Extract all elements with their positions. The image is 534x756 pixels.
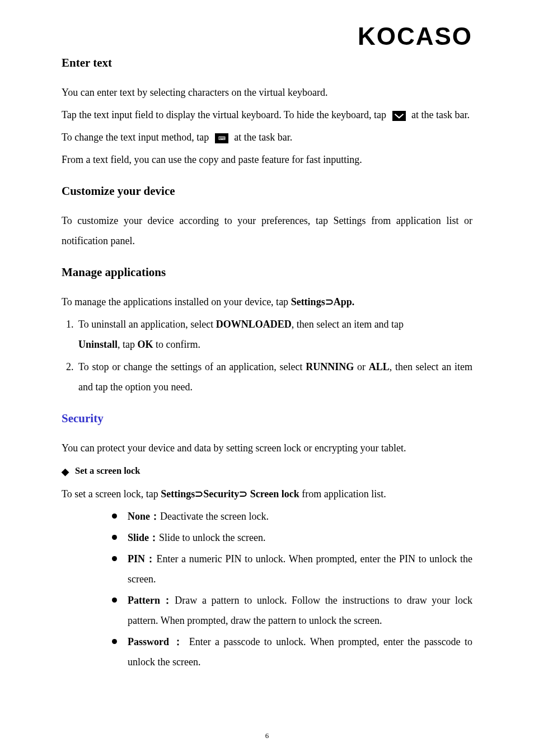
sec-s1-sup1: ⊃	[195, 488, 203, 500]
screen-lock-options: None：Deactivate the screen lock. Slide：S…	[62, 506, 472, 672]
manage-li2-a: To stop or change the settings of an app…	[78, 361, 306, 372]
enter-text-p2: Tap the text input field to display the …	[62, 105, 472, 125]
sec-s1-settings: Settings	[161, 488, 195, 500]
enter-text-p3: To change the text input method, tap ⌨ a…	[62, 127, 472, 147]
security-intro: You can protect your device and data by …	[62, 438, 472, 458]
document-page: KOCASO Enter text You can enter text by …	[0, 0, 534, 756]
manage-li2-running: RUNNING	[306, 361, 354, 372]
section-manage-body: To manage the applications installed on …	[62, 292, 472, 397]
opt-pin-v: Enter a numeric PIN to unlock. When prom…	[128, 553, 472, 585]
enter-text-p2-b: at the task bar.	[409, 109, 470, 120]
opt-pin-k: PIN	[128, 553, 145, 564]
sec-s1-security: Security	[203, 488, 239, 500]
heading-customize: Customize your device	[62, 184, 472, 198]
section-enter-text-body: You can enter text by selecting characte…	[62, 82, 472, 170]
manage-intro-a: To manage the applications installed on …	[62, 296, 291, 307]
opt-none-k: None	[128, 511, 150, 522]
security-sublist: ◆ Set a screen lock	[62, 463, 472, 480]
opt-none: None：Deactivate the screen lock.	[112, 506, 472, 526]
manage-li2-c: or	[354, 361, 368, 372]
enter-text-p2-a: Tap the text input field to display the …	[62, 109, 389, 120]
manage-ordered-list: To uninstall an application, select DOWN…	[62, 314, 472, 397]
brand-logo: KOCASO	[62, 22, 472, 50]
sec-s1-screenlock: Screen lock	[247, 488, 299, 500]
security-sub1-intro: To set a screen lock, tap Settings⊃Secur…	[62, 484, 472, 504]
security-sub-set-screen-lock: ◆ Set a screen lock	[62, 463, 472, 480]
keyboard-icon: ⌨	[215, 133, 228, 143]
opt-slide-k: Slide	[128, 532, 149, 543]
opt-pin-sep: ：	[145, 553, 156, 564]
manage-li1-ok: OK	[138, 339, 153, 350]
manage-li1-e: , tap	[118, 339, 138, 350]
enter-text-p1: You can enter text by selecting characte…	[62, 82, 472, 102]
manage-li2-all: ALL	[369, 361, 390, 372]
enter-text-p4: From a text field, you can use the copy …	[62, 150, 472, 170]
section-customize-body: To customize your device according to yo…	[62, 211, 472, 251]
manage-sup: ⊃	[325, 296, 334, 307]
opt-none-v: Deactivate the screen lock.	[160, 511, 269, 522]
enter-text-p3-a: To change the text input method, tap	[62, 132, 212, 143]
section-security-body: You can protect your device and data by …	[62, 438, 472, 672]
opt-pattern-sep: ：	[160, 595, 175, 606]
opt-pattern: Pattern：Draw a pattern to unlock. Follow…	[112, 590, 472, 631]
customize-p1: To customize your device according to yo…	[62, 211, 472, 251]
sec-s1-a: To set a screen lock, tap	[62, 488, 161, 500]
manage-li1-downloaded: DOWNLOADED	[216, 319, 292, 330]
page-number: 6	[0, 731, 534, 740]
manage-li1-uninstall: Uninstall	[78, 339, 118, 350]
heading-security: Security	[62, 412, 472, 426]
manage-li-1: To uninstall an application, select DOWN…	[76, 314, 472, 354]
heading-manage-apps: Manage applications	[62, 265, 472, 279]
manage-intro-app: App.	[334, 296, 355, 307]
manage-li1-c: , then select an item and tap	[292, 319, 404, 330]
sec-s1-e: from application list.	[299, 488, 386, 500]
opt-password: Password ： Enter a passcode to unlock. W…	[112, 632, 472, 672]
manage-intro: To manage the applications installed on …	[62, 292, 472, 312]
opt-pin: PIN：Enter a numeric PIN to unlock. When …	[112, 549, 472, 589]
opt-none-sep: ：	[150, 511, 160, 522]
enter-text-p3-b: at the task bar.	[232, 132, 292, 143]
opt-pattern-k: Pattern	[128, 595, 160, 606]
opt-slide: Slide：Slide to unlock the screen.	[112, 528, 472, 548]
manage-li-2: To stop or change the settings of an app…	[76, 357, 472, 397]
opt-password-k: Password	[128, 636, 169, 647]
opt-slide-sep: ：	[149, 532, 159, 543]
sec-s1-sup2: ⊃	[239, 488, 247, 500]
hide-keyboard-icon	[392, 111, 406, 121]
opt-pattern-v: Draw a pattern to unlock. Follow the ins…	[128, 595, 472, 626]
manage-intro-settings: Settings	[291, 296, 325, 307]
opt-slide-v: Slide to unlock the screen.	[159, 532, 265, 543]
opt-password-sep: ：	[169, 636, 185, 647]
manage-li1-g: to confirm.	[153, 339, 200, 350]
heading-enter-text: Enter text	[62, 56, 472, 70]
diamond-icon: ◆	[62, 464, 69, 480]
security-sub1-label: Set a screen lock	[75, 463, 140, 479]
manage-li1-a: To uninstall an application, select	[78, 319, 216, 330]
